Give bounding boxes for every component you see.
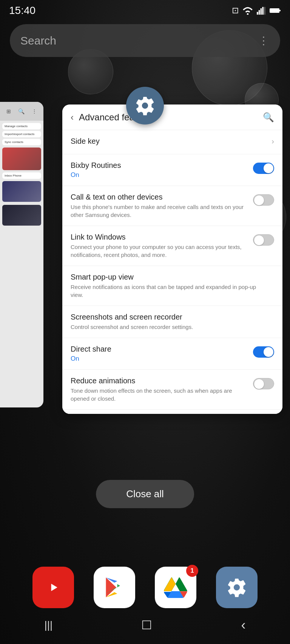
reduce-animations-subtitle: Tone down motion effects on the screen, …: [71, 387, 248, 403]
direct-share-toggle[interactable]: [253, 346, 274, 358]
bixby-status: On: [71, 171, 248, 179]
dock-app-google-drive[interactable]: 1: [155, 567, 196, 608]
card-text-3: Sync contacts: [2, 139, 41, 145]
settings-dock-icon: [226, 577, 247, 598]
link-windows-title: Link to Windows: [71, 233, 248, 241]
panel-title: Advanced fea...: [79, 112, 263, 123]
reduce-animations-title: Reduce animations: [71, 377, 248, 385]
settings-panel: ‹ Advanced fea... 🔍 Side key › Bixby Rou…: [62, 105, 282, 414]
setting-link-windows[interactable]: Link to Windows Connect your phone to yo…: [62, 226, 282, 266]
signal-icon: [257, 6, 266, 15]
svg-rect-3: [262, 7, 264, 14]
card-image-phone: [2, 181, 41, 202]
bixby-toggle-thumb: [264, 163, 273, 173]
link-windows-toggle-thumb: [254, 235, 264, 245]
link-windows-subtitle: Connect your phone to your computer so y…: [71, 243, 248, 259]
card-text-1: Manage contacts: [2, 123, 41, 129]
setting-reduce-animations[interactable]: Reduce animations Tone down motion effec…: [62, 370, 282, 410]
card-menu-icon: ⊞: [6, 108, 11, 114]
drive-badge: 1: [186, 565, 198, 577]
gear-svg: [134, 95, 156, 116]
reduce-animations-toggle[interactable]: [253, 378, 274, 389]
youtube-icon: [43, 578, 63, 597]
search-placeholder: Search: [20, 34, 258, 47]
call-text-toggle-thumb: [254, 195, 264, 205]
reduce-animations-text: Reduce animations Tone down motion effec…: [71, 377, 248, 403]
wifi-icon: [242, 6, 253, 15]
status-bar: 15:40 ⊡: [0, 0, 290, 21]
dock-app-settings[interactable]: [216, 567, 258, 608]
svg-rect-0: [257, 12, 258, 14]
nav-recent-button[interactable]: |||: [45, 619, 53, 631]
screenshots-text: Screenshots and screen recorder Control …: [71, 313, 269, 331]
svg-marker-9: [51, 584, 57, 591]
svg-rect-4: [264, 7, 265, 14]
card-more-icon[interactable]: ⋮: [32, 108, 37, 114]
search-bar[interactable]: Search ⋮: [10, 24, 280, 57]
bixby-toggle[interactable]: [253, 163, 274, 174]
setting-motions-gestures[interactable]: Motions and gestures Manage features rel…: [62, 410, 282, 414]
dock: 1: [0, 567, 290, 608]
call-text-title: Call & text on other devices: [71, 193, 248, 201]
panel-search-icon[interactable]: 🔍: [263, 112, 274, 123]
card-text-4: Inbox Phone: [2, 172, 41, 179]
call-text-text: Call & text on other devices Use this ph…: [71, 193, 248, 219]
card-text-2: Import/export contacts: [2, 131, 41, 137]
card-search-icon[interactable]: 🔍: [18, 108, 25, 114]
call-text-subtitle: Use this phone's number to make and rece…: [71, 203, 248, 219]
side-key-arrow: ›: [271, 137, 274, 146]
card-content: Manage contacts Import/export contacts S…: [0, 121, 43, 407]
screenshot-icon: ⊡: [232, 6, 239, 15]
direct-share-status: On: [71, 355, 248, 363]
screenshots-title: Screenshots and screen recorder: [71, 313, 269, 321]
bixby-title: Bixby Routines: [71, 161, 248, 170]
play-store-icon: [103, 576, 126, 599]
card-image-concert: [2, 148, 41, 170]
link-windows-text: Link to Windows Connect your phone to yo…: [71, 233, 248, 259]
setting-bixby[interactable]: Bixby Routines On: [62, 154, 282, 186]
direct-share-toggle-thumb: [264, 347, 273, 357]
battery-icon: [270, 6, 281, 15]
nav-home-button[interactable]: ☐: [141, 618, 152, 632]
smart-popup-subtitle: Receive notifications as icons that can …: [71, 283, 269, 299]
side-key-text: Side key: [71, 137, 266, 147]
setting-direct-share[interactable]: Direct share On: [62, 338, 282, 370]
svg-rect-1: [259, 10, 260, 14]
gear-float-icon[interactable]: [126, 87, 164, 124]
screenshots-subtitle: Control screenshot and screen recorder s…: [71, 323, 269, 331]
recent-app-card[interactable]: ⊞ 🔍 ⋮ Manage contacts Import/export cont…: [0, 102, 43, 407]
call-text-toggle[interactable]: [253, 194, 274, 206]
direct-share-text: Direct share On: [71, 345, 248, 363]
nav-back-button[interactable]: ‹: [241, 617, 245, 633]
setting-call-text[interactable]: Call & text on other devices Use this ph…: [62, 186, 282, 226]
dock-app-youtube[interactable]: [32, 567, 74, 608]
dock-app-play-store[interactable]: [94, 567, 135, 608]
nav-bar: ||| ☐ ‹: [0, 610, 290, 644]
panel-header: ‹ Advanced fea... 🔍: [62, 105, 282, 130]
side-key-title: Side key: [71, 137, 266, 146]
direct-share-title: Direct share: [71, 345, 248, 354]
setting-side-key[interactable]: Side key ›: [62, 130, 282, 154]
drive-icon: [164, 577, 187, 598]
status-icons: ⊡: [232, 6, 281, 15]
svg-rect-2: [261, 8, 262, 15]
card-header: ⊞ 🔍 ⋮: [0, 102, 43, 121]
panel-body[interactable]: Side key › Bixby Routines On Call & text…: [62, 130, 282, 414]
smart-popup-text: Smart pop-up view Receive notifications …: [71, 273, 269, 299]
setting-screenshots[interactable]: Screenshots and screen recorder Control …: [62, 306, 282, 338]
bixby-text: Bixby Routines On: [71, 161, 248, 179]
svg-rect-8: [279, 10, 281, 11]
smart-popup-title: Smart pop-up view: [71, 273, 269, 281]
back-button[interactable]: ‹: [71, 112, 74, 123]
link-windows-toggle[interactable]: [253, 234, 274, 246]
svg-rect-7: [270, 9, 276, 12]
close-all-button[interactable]: Close all: [96, 480, 194, 508]
status-time: 15:40: [9, 5, 35, 17]
reduce-animations-toggle-thumb: [254, 379, 264, 389]
search-more-icon[interactable]: ⋮: [258, 34, 270, 47]
card-image-dark: [2, 205, 41, 226]
setting-smart-popup[interactable]: Smart pop-up view Receive notifications …: [62, 266, 282, 306]
